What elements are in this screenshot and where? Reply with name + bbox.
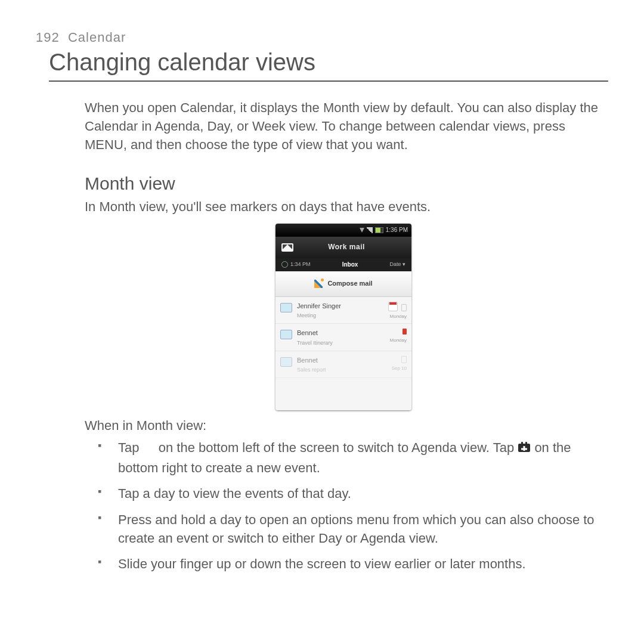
list-item[interactable]: Bennet Travel Itinerary Monday: [275, 324, 411, 351]
sender: Bennet: [297, 356, 384, 366]
signal-icon: [367, 227, 373, 233]
folder-label: Inbox: [342, 261, 358, 269]
bullet-slide: Slide your finger up or down the screen …: [118, 555, 602, 573]
bullet-agenda-new-event: Tap on the bottom left of the screen to …: [118, 438, 602, 477]
bullet-press-hold: Press and hold a day to open an options …: [118, 510, 602, 547]
page-header: 192 Calendar: [36, 30, 608, 45]
sender: Bennet: [297, 329, 384, 338]
flag-icon: [401, 356, 407, 363]
month-view-caption: When in Month view:: [85, 416, 602, 435]
phone-screenshot: 1:36 PM Work mail 1:34 PM Inbox Date ▾ C…: [275, 224, 411, 410]
sender: Jennifer Singer: [297, 302, 384, 311]
sync-icon: [281, 261, 288, 268]
compose-label: Compose mail: [327, 279, 372, 289]
chapter-name: Calendar: [68, 30, 126, 45]
phone-subbar: 1:34 PM Inbox Date ▾: [275, 258, 411, 271]
mail-icon: [281, 243, 293, 252]
message-icon: [280, 357, 292, 367]
section-heading: Month view: [85, 171, 602, 197]
row-date: Sep 10: [384, 365, 407, 371]
mail-list: Jennifer Singer Meeting Monday Bennet Tr…: [275, 297, 411, 410]
phone-titlebar: Work mail: [275, 237, 411, 258]
bullet-tap-day: Tap a day to view the events of that day…: [118, 484, 602, 503]
subject: Sales report: [297, 366, 384, 374]
section-line: In Month view, you'll see markers on day…: [85, 197, 602, 216]
page-title: Changing calendar views: [49, 49, 608, 76]
intro-paragraph: When you open Calendar, it displays the …: [85, 98, 602, 154]
sort-label: Date ▾: [389, 261, 405, 269]
svg-rect-4: [521, 448, 527, 450]
row-date: Monday: [384, 313, 407, 320]
sync-status: 1:34 PM: [281, 261, 311, 269]
flag-icon: [402, 329, 407, 335]
bullet-text: on the bottom left of the screen to swit…: [159, 440, 518, 455]
phone-title: Work mail: [299, 242, 394, 252]
sync-time: 1:34 PM: [290, 261, 311, 268]
new-event-icon: [518, 440, 531, 459]
row-date: Monday: [384, 337, 407, 343]
subject: Meeting: [297, 312, 384, 320]
phone-clock: 1:36 PM: [386, 224, 408, 237]
battery-icon: [375, 227, 383, 233]
message-icon: [280, 330, 292, 339]
flag-icon: [401, 304, 407, 311]
subject: Travel Itinerary: [297, 339, 384, 347]
download-icon: [360, 228, 364, 233]
title-divider: [49, 80, 608, 82]
page-number: 192: [36, 30, 60, 45]
list-item[interactable]: Jennifer Singer Meeting Monday: [275, 297, 411, 324]
message-icon: [280, 303, 292, 312]
bullet-text: Tap: [118, 440, 143, 455]
svg-rect-2: [525, 442, 527, 445]
calendar-badge-icon: [388, 302, 398, 311]
list-item[interactable]: Bennet Sales report Sep 10: [275, 351, 411, 378]
compose-button[interactable]: Compose mail: [275, 271, 411, 297]
phone-status-bar: 1:36 PM: [275, 224, 411, 237]
compose-icon: [314, 280, 323, 288]
svg-rect-1: [521, 442, 523, 445]
